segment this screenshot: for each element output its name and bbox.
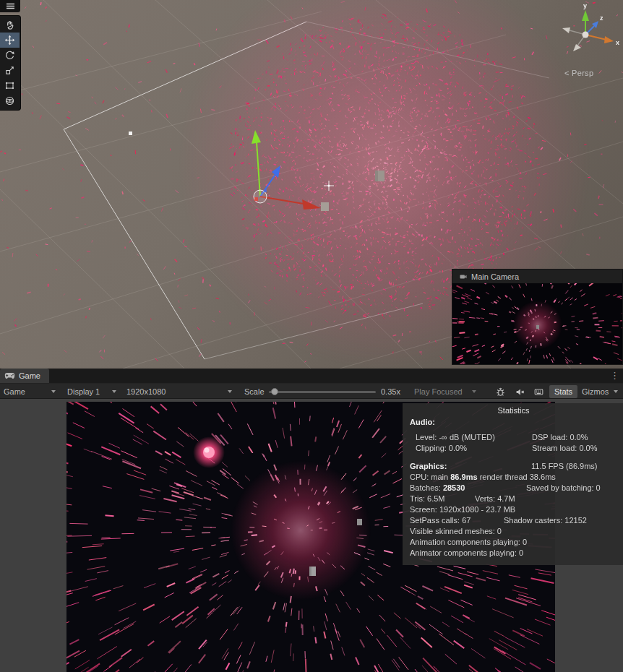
game-panel-tab-bar: Game ⋮ [0, 369, 623, 383]
stats-setpass-row: SetPass calls: 67Shadow casters: 12152 [410, 515, 617, 526]
camera-preview-render [452, 283, 622, 364]
scale-icon [4, 65, 15, 76]
stats-animation-row: Animation components playing: 0 [410, 537, 617, 548]
mute-audio-icon [515, 387, 525, 397]
rect-icon [4, 80, 15, 91]
mute-audio-button[interactable] [512, 385, 528, 398]
stats-batches-row: Batches: 28530Saved by batching: 0 [410, 483, 617, 494]
gizmos-dropdown[interactable]: Gizmos [578, 385, 622, 398]
game-view-mode-dropdown[interactable]: Game [0, 385, 59, 398]
play-focused-dropdown[interactable]: Play Focused [411, 385, 480, 398]
rect-tool-button[interactable] [0, 78, 20, 93]
game-view: Statistics Audio: Level: -∞ dB (MUTED)DS… [0, 399, 623, 672]
tab-bar-kebab-menu[interactable]: ⋮ [610, 369, 619, 382]
camera-icon [460, 274, 467, 280]
axis-neg-x-cone[interactable] [562, 27, 570, 33]
scene-orientation-gizmo[interactable]: y z x [549, 1, 622, 68]
keyboard-icon [533, 387, 544, 397]
chevron-down-icon [472, 390, 476, 393]
statistics-title: Statistics [410, 406, 617, 415]
statistics-panel: Statistics Audio: Level: -∞ dB (MUTED)DS… [403, 403, 623, 565]
gizmo-x-arrow[interactable] [302, 199, 321, 210]
sparkle-icon [324, 181, 334, 191]
overlay-menu-button[interactable] [0, 0, 20, 12]
scale-value: 0.35x [381, 385, 400, 398]
scale-tool-button[interactable] [0, 63, 20, 78]
rotate-icon [4, 50, 15, 61]
scale-slider-track[interactable] [269, 391, 376, 393]
transform-tool-button[interactable] [0, 93, 20, 108]
keyboard-shortcuts-button[interactable] [530, 385, 546, 398]
gamepad-icon [4, 372, 15, 380]
tab-game[interactable]: Game [0, 369, 49, 383]
hand-icon [4, 20, 15, 30]
axis-neg-z-cone[interactable] [573, 44, 581, 51]
gizmo-z-arrow[interactable] [272, 165, 280, 178]
stats-tris-row: Tris: 6.5MVerts: 4.7M [410, 494, 617, 504]
axis-x-label: x [616, 39, 619, 46]
display-dropdown[interactable]: Display 1 [64, 385, 120, 398]
rotate-tool-button[interactable] [0, 48, 20, 63]
unity-editor: y z x < Persp Main Camera [0, 0, 623, 672]
stats-button[interactable]: Stats [549, 385, 577, 398]
scale-slider-knob[interactable] [271, 388, 278, 395]
stats-cpu-row: CPU: main 86.9ms render thread 38.6ms [410, 472, 617, 483]
move-icon [4, 35, 15, 46]
move-tool-button[interactable] [0, 33, 20, 48]
resolution-dropdown[interactable]: 1920x1080 [123, 385, 236, 398]
camera-preview-title: Main Camera [471, 272, 519, 281]
chevron-down-icon [112, 390, 116, 393]
hamburger-icon [6, 3, 15, 9]
camera-preview: Main Camera [452, 269, 623, 365]
scale-slider[interactable] [269, 385, 376, 398]
gizmo-y-arrow[interactable] [252, 130, 261, 144]
chevron-down-icon [51, 390, 56, 393]
stats-animator-row: Animator components playing: 0 [410, 548, 617, 559]
bug-icon [495, 387, 506, 397]
stats-audio-clipping-row: Clipping: 0.0%Stream load: 0.0% [410, 443, 617, 454]
stats-skinned-row: Visible skinned meshes: 0 [410, 526, 617, 537]
transform-icon [4, 95, 15, 106]
wireframe-handle[interactable] [129, 132, 132, 135]
game-toolbar: Game Display 1 1920x1080 Scale 0.35x Pla… [0, 383, 623, 399]
scene-tool-palette [0, 0, 21, 111]
frame-debugger-button[interactable] [492, 385, 508, 398]
axis-x-cone[interactable] [604, 36, 614, 43]
tab-game-label: Game [19, 371, 40, 380]
axis-z-label: z [600, 14, 603, 22]
stats-audio-heading: Audio: [410, 417, 617, 428]
stats-audio-level-row: Level: -∞ dB (MUTED)DSP load: 0.0% [410, 432, 617, 443]
perspective-toggle[interactable]: < Persp [564, 69, 593, 77]
axis-center-cube[interactable] [583, 32, 589, 38]
chevron-down-icon [228, 390, 232, 393]
hand-tool-button[interactable] [0, 17, 20, 33]
axis-y-cone[interactable] [582, 10, 589, 21]
chevron-down-icon [614, 390, 618, 393]
transform-gizmo[interactable] [233, 124, 341, 218]
scene-view[interactable]: y z x < Persp Main Camera [0, 0, 623, 369]
scale-label: Scale [244, 385, 265, 398]
stats-screen-row: Screen: 1920x1080 - 23.7 MB [410, 504, 617, 515]
axis-y-label: y [583, 2, 587, 9]
stats-graphics-heading-row: Graphics:11.5 FPS (86.9ms) [410, 461, 617, 472]
